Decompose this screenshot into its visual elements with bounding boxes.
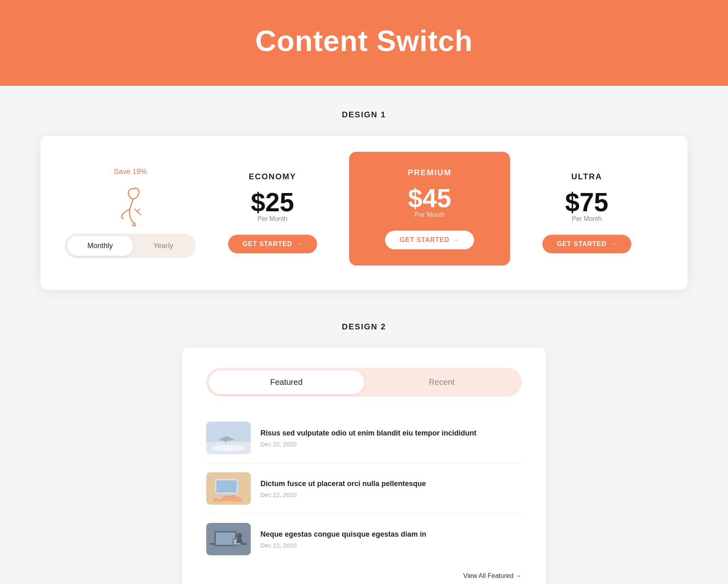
article-item: Risus sed vulputate odio ut enim blandit… (206, 413, 522, 463)
premium-period: Per Month (361, 211, 498, 219)
page-title: Content Switch (0, 24, 728, 57)
economy-price: $25 (204, 189, 341, 215)
svg-rect-10 (216, 533, 235, 545)
article-date: Dec 22, 2020 (260, 542, 522, 549)
economy-name: ECONOMY (204, 172, 341, 181)
article-title: Neque egestas congue quisque egestas dia… (260, 529, 522, 539)
billing-toggle[interactable]: Monthly Yearly (65, 234, 196, 258)
article-date: Dec 22, 2020 (260, 441, 522, 448)
article-thumbnail (206, 472, 251, 505)
save-badge: Save 19% (114, 168, 147, 176)
design1-label: DESIGN 1 (40, 110, 688, 119)
article-info: Risus sed vulputate odio ut enim blandit… (260, 428, 522, 448)
ultra-name: ULTRA (518, 172, 655, 181)
recent-tab[interactable]: Recent (364, 370, 519, 394)
article-info: Neque egestas congue quisque egestas dia… (260, 529, 522, 549)
premium-price: $45 (361, 185, 498, 211)
ultra-price: $75 (518, 189, 655, 215)
article-title: Risus sed vulputate odio ut enim blandit… (260, 428, 522, 438)
economy-tier: ECONOMY $25 Per Month GET STARTED → (196, 160, 349, 265)
article-thumbnail (206, 523, 251, 555)
article-item: Dictum fusce ut placerat orci nulla pell… (206, 463, 522, 514)
ultra-tier: ULTRA $75 Per Month GET STARTED → (510, 160, 663, 265)
article-list: Risus sed vulputate odio ut enim blandit… (206, 413, 522, 564)
monthly-toggle-btn[interactable]: Monthly (67, 236, 133, 256)
economy-get-started-button[interactable]: GET STARTED → (228, 235, 317, 253)
premium-name: PREMIUM (361, 168, 498, 177)
main-content: DESIGN 1 Save 19% Monthly Yearly ECONOMY… (0, 86, 728, 584)
flamingo-icon (112, 183, 148, 227)
svg-rect-5 (216, 480, 237, 493)
premium-tier: PREMIUM $45 Per Month GET STARTED → (349, 152, 510, 265)
article-date: Dec 22, 2020 (260, 491, 522, 498)
svg-point-2 (212, 445, 245, 451)
ultra-get-started-button[interactable]: GET STARTED → (542, 235, 631, 253)
design2-card: Featured Recent (182, 348, 546, 584)
premium-get-started-button[interactable]: GET STARTED → (385, 231, 474, 249)
content-toggle[interactable]: Featured Recent (206, 368, 522, 397)
design1-card: Save 19% Monthly Yearly ECONOMY $25 Per … (40, 136, 688, 290)
article-thumbnail (206, 422, 251, 454)
article-title: Dictum fusce ut placerat orci nulla pell… (260, 479, 522, 489)
toggle-section: Save 19% Monthly Yearly (65, 168, 196, 258)
design2-section: DESIGN 2 Featured Recent (40, 322, 688, 584)
yearly-toggle-btn[interactable]: Yearly (133, 236, 193, 256)
view-all-row: View All Featured → (206, 564, 522, 580)
ultra-period: Per Month (518, 215, 655, 223)
article-item: Neque egestas congue quisque egestas dia… (206, 514, 522, 564)
page-header: Content Switch (0, 0, 728, 86)
design2-label: DESIGN 2 (40, 322, 688, 331)
economy-period: Per Month (204, 215, 341, 223)
view-all-link[interactable]: View All Featured → (463, 572, 522, 579)
featured-tab[interactable]: Featured (209, 370, 364, 394)
article-info: Dictum fusce ut placerat orci nulla pell… (260, 479, 522, 498)
